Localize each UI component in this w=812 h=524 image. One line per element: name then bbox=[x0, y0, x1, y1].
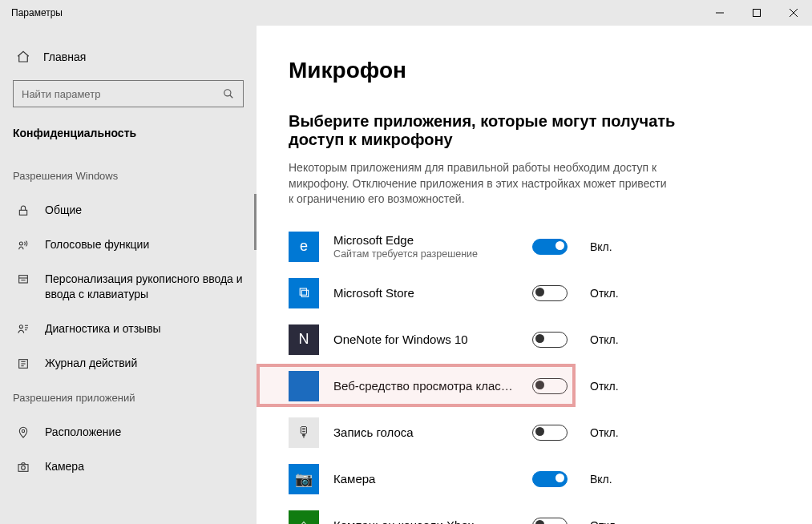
app-text: Запись голоса bbox=[333, 425, 518, 441]
app-icon: 🎙 bbox=[289, 417, 319, 448]
svg-rect-1 bbox=[753, 10, 761, 17]
toggle-state-label: Вкл. bbox=[590, 473, 612, 486]
home-icon bbox=[16, 50, 30, 64]
toggle-state-label: Откл. bbox=[590, 426, 619, 439]
app-text: Камера bbox=[333, 471, 518, 487]
app-name: Веб-средство просмотра классиче… bbox=[333, 378, 518, 394]
nav-inking[interactable]: Персонализация рукописного ввода и ввода… bbox=[0, 262, 257, 312]
body: Главная Конфиденциальность Разрешения Wi… bbox=[0, 26, 812, 524]
window-controls bbox=[701, 0, 812, 26]
nav-diagnostics[interactable]: Диагностика и отзывы bbox=[0, 312, 257, 346]
page-title: Микрофон bbox=[289, 58, 780, 83]
app-row: Веб-средство просмотра классиче…Откл. bbox=[289, 363, 780, 409]
minimize-button[interactable] bbox=[701, 0, 738, 26]
svg-rect-6 bbox=[19, 210, 26, 215]
nav-general[interactable]: Общие bbox=[0, 193, 257, 228]
app-name: Запись голоса bbox=[333, 425, 518, 441]
home-label: Главная bbox=[43, 50, 86, 63]
camera-icon bbox=[16, 460, 30, 474]
svg-point-7 bbox=[19, 242, 22, 245]
home-nav[interactable]: Главная bbox=[0, 42, 257, 72]
nav-label: Персонализация рукописного ввода и ввода… bbox=[45, 272, 244, 302]
app-name: Microsoft Store bbox=[333, 285, 518, 301]
section-heading: Выберите приложения, которые могут получ… bbox=[289, 112, 689, 149]
search-box[interactable] bbox=[13, 80, 244, 107]
nav-activity[interactable]: Журнал действий bbox=[0, 346, 257, 381]
close-button[interactable] bbox=[775, 0, 812, 26]
toggle-state-label: Откл. bbox=[590, 333, 619, 346]
app-toggle[interactable] bbox=[532, 471, 568, 487]
lock-icon bbox=[16, 204, 30, 218]
app-toggle[interactable] bbox=[532, 239, 568, 255]
toggle-state-label: Откл. bbox=[590, 519, 619, 524]
app-row: NOneNote for Windows 10Откл. bbox=[289, 316, 780, 363]
category-header: Конфиденциальность bbox=[0, 120, 257, 159]
app-text: Компаньон консоли Xbox bbox=[333, 518, 518, 524]
app-icon bbox=[289, 371, 319, 401]
app-toggle[interactable] bbox=[532, 285, 568, 301]
svg-point-18 bbox=[22, 466, 26, 470]
app-toggle[interactable] bbox=[532, 378, 568, 394]
app-row: 🎙Запись голосаОткл. bbox=[289, 409, 780, 456]
app-toggle[interactable] bbox=[532, 425, 568, 441]
app-icon: 📷 bbox=[289, 464, 319, 494]
titlebar: Параметры bbox=[0, 0, 812, 26]
search-input[interactable] bbox=[22, 88, 222, 100]
location-icon bbox=[16, 425, 30, 440]
app-text: Веб-средство просмотра классиче… bbox=[333, 378, 518, 394]
svg-rect-8 bbox=[19, 276, 28, 283]
app-icon: N bbox=[289, 324, 319, 355]
app-name: OneNote for Windows 10 bbox=[333, 332, 518, 348]
toggle-state-label: Вкл. bbox=[590, 240, 612, 253]
nav-camera[interactable]: Камера bbox=[0, 449, 257, 484]
toggle-state-label: Откл. bbox=[590, 287, 619, 300]
svg-line-5 bbox=[230, 95, 233, 99]
app-subtext: Сайтам требуется разрешение bbox=[333, 248, 518, 260]
app-name: Камера bbox=[333, 471, 518, 487]
content-area: Микрофон Выберите приложения, которые мо… bbox=[257, 26, 812, 524]
app-text: OneNote for Windows 10 bbox=[333, 332, 518, 348]
maximize-button[interactable] bbox=[738, 0, 775, 26]
nav-label: Камера bbox=[45, 459, 244, 474]
app-name: Компаньон консоли Xbox bbox=[333, 518, 518, 524]
app-row: 📷КамераВкл. bbox=[289, 456, 780, 502]
toggle-state-label: Откл. bbox=[590, 380, 619, 393]
app-icon: ⌂ bbox=[289, 510, 319, 524]
nav-label: Расположение bbox=[45, 425, 244, 440]
app-text: Microsoft Store bbox=[333, 285, 518, 301]
svg-point-16 bbox=[22, 429, 24, 432]
app-row: ⧉Microsoft StoreОткл. bbox=[289, 270, 780, 316]
svg-point-11 bbox=[19, 324, 22, 328]
window-title: Параметры bbox=[0, 7, 701, 18]
sidebar: Главная Конфиденциальность Разрешения Wi… bbox=[0, 26, 257, 524]
inking-icon bbox=[16, 272, 30, 287]
section-app-permissions: Разрешения приложений bbox=[0, 381, 257, 415]
section-description: Некоторым приложениям для правильной раб… bbox=[289, 160, 673, 208]
speech-icon bbox=[16, 238, 30, 252]
app-row: eMicrosoft EdgeСайтам требуется разрешен… bbox=[289, 224, 780, 270]
section-windows-permissions: Разрешения Windows bbox=[0, 159, 257, 193]
nav-label: Общие bbox=[45, 203, 244, 218]
svg-point-4 bbox=[224, 90, 231, 96]
nav-label: Диагностика и отзывы bbox=[45, 321, 244, 337]
search-icon bbox=[222, 87, 235, 100]
nav-location[interactable]: Расположение bbox=[0, 415, 257, 449]
nav-label: Журнал действий bbox=[45, 356, 244, 371]
nav-speech[interactable]: Голосовые функции bbox=[0, 228, 257, 262]
app-icon: ⧉ bbox=[289, 278, 319, 308]
app-toggle[interactable] bbox=[532, 518, 568, 524]
settings-window: Параметры Главная bbox=[0, 0, 812, 524]
app-text: Microsoft EdgeСайтам требуется разрешени… bbox=[333, 232, 518, 261]
history-icon bbox=[16, 357, 30, 371]
nav-label: Голосовые функции bbox=[45, 237, 244, 252]
feedback-icon bbox=[16, 322, 30, 337]
app-name: Microsoft Edge bbox=[333, 232, 518, 248]
app-list: eMicrosoft EdgeСайтам требуется разрешен… bbox=[289, 224, 780, 524]
app-toggle[interactable] bbox=[532, 332, 568, 348]
app-row: ⌂Компаньон консоли XboxОткл. bbox=[289, 502, 780, 524]
app-icon: e bbox=[289, 232, 319, 262]
